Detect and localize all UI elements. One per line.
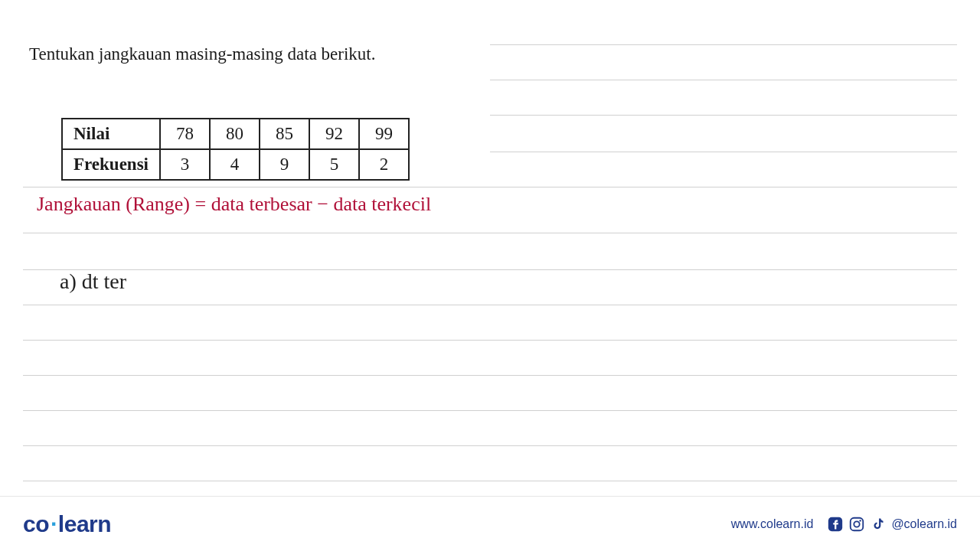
table-row: Frekuensi 3 4 9 5 2 [62,149,409,180]
handwritten-work-black: a) dt ter [60,269,126,294]
table-cell: 2 [359,149,409,180]
social-icon-group: @colearn.id [827,516,957,533]
table-cell: 4 [210,149,260,180]
table-cell: 78 [160,119,210,149]
table-cell: 3 [160,149,210,180]
svg-rect-1 [851,517,864,530]
frequency-table: Nilai 78 80 85 92 99 Frekuensi 3 4 9 5 2 [61,118,410,181]
table-cell: 9 [260,149,309,180]
table-cell: 85 [260,119,309,149]
row-label-nilai: Nilai [62,119,160,149]
instagram-icon[interactable] [848,516,865,533]
footer-bar: co·learn www.colearn.id @colearn.id [0,496,980,551]
logo-part1: co [23,511,49,536]
logo-part2: learn [58,511,111,536]
svg-point-3 [860,520,861,521]
table-cell: 92 [309,119,359,149]
tiktok-icon[interactable] [870,516,887,533]
svg-point-2 [854,521,860,527]
handwritten-formula-red: Jangkauan (Range) = data terbesar − data… [37,193,431,216]
row-label-frekuensi: Frekuensi [62,149,160,180]
social-handle[interactable]: @colearn.id [891,517,957,531]
table-row: Nilai 78 80 85 92 99 [62,119,409,149]
table-cell: 5 [309,149,359,180]
facebook-icon[interactable] [827,516,844,533]
question-prompt: Tentukan jangkauan masing-masing data be… [29,42,951,66]
table-cell: 80 [210,119,260,149]
logo-dot: · [51,511,57,536]
footer-right-group: www.colearn.id @colearn.id [731,516,957,533]
table-cell: 99 [359,119,409,149]
colearn-logo: co·learn [23,511,111,537]
website-url[interactable]: www.colearn.id [731,517,814,531]
